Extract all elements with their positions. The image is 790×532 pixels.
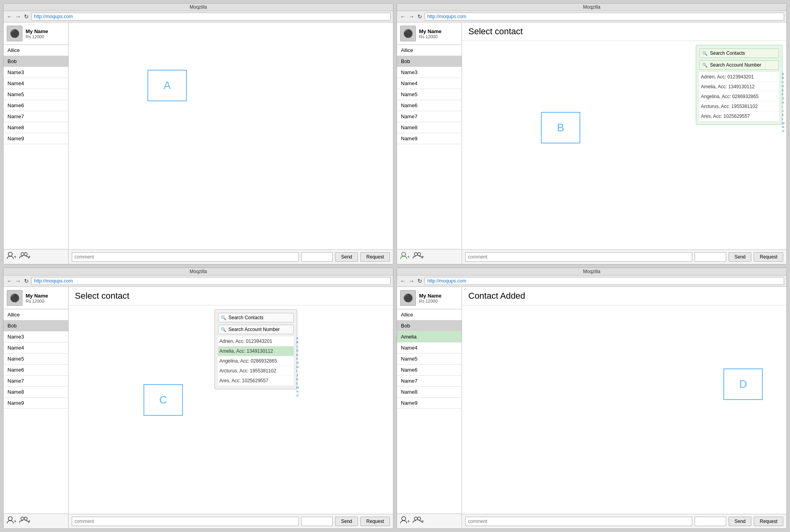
search-contacts-field-b[interactable]: 🔍 Search Contacts — [699, 48, 779, 58]
alpha-n-b[interactable]: N — [782, 125, 784, 129]
result-amelia-c[interactable]: Amelia, Acc: 1349130112 — [218, 346, 294, 356]
url-bar-d[interactable] — [425, 277, 784, 285]
add-group-btn-c[interactable]: + — [19, 516, 30, 526]
result-ares-b[interactable]: Ares, Acc: 1025629557 — [699, 112, 779, 121]
forward-btn-d[interactable]: → — [408, 278, 415, 284]
add-contact-btn-a[interactable]: + — [7, 252, 16, 262]
alpha-d-b[interactable]: D — [782, 84, 784, 88]
reload-btn-b[interactable]: ↻ — [417, 13, 423, 20]
request-btn-d[interactable]: Request — [754, 517, 783, 526]
contact-name3-a[interactable]: Name3 — [4, 67, 68, 78]
contact-name4-c[interactable]: Name4 — [4, 342, 68, 353]
alpha-e-c[interactable]: E — [296, 353, 299, 357]
alpha-e-b[interactable]: E — [782, 89, 784, 93]
amount-input-b[interactable]: Rs 1000 — [695, 252, 726, 262]
add-group-btn-a[interactable]: + — [19, 252, 30, 262]
contact-amelia-d[interactable]: Amelia — [397, 331, 462, 342]
back-btn-b[interactable]: ← — [399, 13, 406, 20]
contact-name4-d[interactable]: Name4 — [397, 342, 462, 353]
alpha-o-b[interactable]: O — [782, 129, 784, 133]
contact-name7-a[interactable]: Name7 — [4, 111, 68, 122]
forward-btn-c[interactable]: → — [15, 278, 22, 284]
url-bar-a[interactable] — [31, 13, 391, 20]
contact-name7-c[interactable]: Name7 — [4, 376, 68, 387]
contact-bob-c[interactable]: Bob — [4, 320, 68, 331]
url-bar-c[interactable] — [31, 277, 391, 285]
add-group-btn-d[interactable]: + — [413, 516, 424, 526]
alpha-g-c[interactable]: G — [296, 361, 299, 365]
contact-name9-c[interactable]: Name9 — [4, 398, 68, 409]
contact-name8-c[interactable]: Name8 — [4, 387, 68, 398]
result-amelia-b[interactable]: Amelia, Acc: 1349130112 — [699, 82, 779, 92]
contact-name9-d[interactable]: Name9 — [397, 398, 462, 409]
comment-input-d[interactable] — [465, 517, 692, 526]
forward-btn-b[interactable]: → — [408, 13, 415, 20]
comment-input-c[interactable] — [72, 517, 299, 526]
alpha-k-b[interactable]: K — [782, 113, 784, 117]
alpha-i-c[interactable]: I — [296, 369, 299, 373]
reload-btn-c[interactable]: ↻ — [23, 278, 30, 284]
url-bar-b[interactable] — [425, 13, 784, 20]
send-btn-d[interactable]: Send — [729, 517, 751, 526]
contact-name7-d[interactable]: Name7 — [397, 376, 462, 387]
alpha-h-b[interactable]: H — [782, 101, 784, 105]
alpha-o-c[interactable]: O — [296, 394, 299, 398]
request-btn-c[interactable]: Request — [360, 517, 390, 526]
alpha-l-b[interactable]: L — [782, 117, 784, 121]
contact-name6-a[interactable]: Name6 — [4, 100, 68, 111]
contact-name4-b[interactable]: Name4 — [397, 78, 462, 89]
contact-name4-a[interactable]: Name4 — [4, 78, 68, 89]
add-contact-btn-d[interactable]: + — [400, 516, 410, 526]
contact-name6-b[interactable]: Name6 — [397, 100, 462, 111]
result-adrien-c[interactable]: Adrien, Acc: 0123943201 — [218, 337, 294, 346]
contact-allice-d[interactable]: Allice — [397, 309, 462, 320]
alpha-h-c[interactable]: H — [296, 365, 299, 369]
send-btn-a[interactable]: Send — [335, 252, 358, 262]
contact-name5-c[interactable]: Name5 — [4, 353, 68, 365]
request-btn-b[interactable]: Request — [754, 252, 783, 262]
contact-name5-a[interactable]: Name5 — [4, 89, 68, 100]
add-contact-btn-c[interactable]: + — [7, 516, 16, 526]
contact-name7-b[interactable]: Name7 — [397, 111, 462, 122]
alpha-a-c[interactable]: A — [296, 337, 299, 340]
alpha-l-c[interactable]: L — [296, 381, 299, 385]
contact-name5-b[interactable]: Name5 — [397, 89, 462, 100]
result-adrien-b[interactable]: Adrien, Acc: 0123943201 — [699, 72, 779, 82]
contact-name3-c[interactable]: Name3 — [4, 331, 68, 342]
comment-input-b[interactable] — [465, 252, 692, 262]
alpha-j-b[interactable]: J — [782, 109, 784, 113]
add-group-btn-b[interactable]: + — [413, 252, 424, 262]
contact-bob-b[interactable]: Bob — [397, 56, 462, 67]
contact-allice-a[interactable]: Allice — [4, 45, 68, 56]
alpha-c-b[interactable]: C — [782, 80, 784, 84]
contact-name8-d[interactable]: Name8 — [397, 387, 462, 398]
alpha-f-c[interactable]: F — [296, 357, 299, 361]
add-contact-btn-b[interactable]: + — [400, 252, 410, 262]
search-account-field-b[interactable]: 🔍 Search Account Number — [699, 60, 779, 70]
contact-allice-c[interactable]: Allice — [4, 309, 68, 320]
result-angelina-b[interactable]: Angelina, Acc: 0286932865 — [699, 92, 779, 102]
alpha-m-b[interactable]: M — [782, 121, 784, 125]
result-arcturus-b[interactable]: Arcturus, Acc: 1955381102 — [699, 102, 779, 112]
alpha-k-c[interactable]: K — [296, 378, 299, 381]
alpha-a-b[interactable]: A — [782, 72, 784, 76]
alpha-i-b[interactable]: I — [782, 105, 784, 109]
back-btn-a[interactable]: ← — [6, 13, 13, 20]
alpha-b-b[interactable]: B — [782, 76, 784, 80]
contact-name5-d[interactable]: Name5 — [397, 353, 462, 365]
request-btn-a[interactable]: Request — [360, 252, 390, 262]
contact-name8-a[interactable]: Name8 — [4, 122, 68, 133]
alpha-g-b[interactable]: G — [782, 97, 784, 100]
amount-input-c[interactable]: Rs 1000 — [301, 517, 333, 526]
contact-bob-d[interactable]: Bob — [397, 320, 462, 331]
alpha-f-b[interactable]: F — [782, 93, 784, 97]
back-btn-d[interactable]: ← — [399, 278, 406, 284]
send-btn-b[interactable]: Send — [729, 252, 751, 262]
result-angelina-c[interactable]: Angelina, Acc: 0286932865 — [218, 356, 294, 366]
forward-btn-a[interactable]: → — [15, 13, 22, 20]
alpha-c-c[interactable]: C — [296, 345, 299, 349]
contact-name9-a[interactable]: Name9 — [4, 133, 68, 144]
back-btn-c[interactable]: ← — [6, 278, 13, 284]
alpha-n-c[interactable]: N — [296, 390, 299, 394]
reload-btn-d[interactable]: ↻ — [417, 278, 423, 284]
